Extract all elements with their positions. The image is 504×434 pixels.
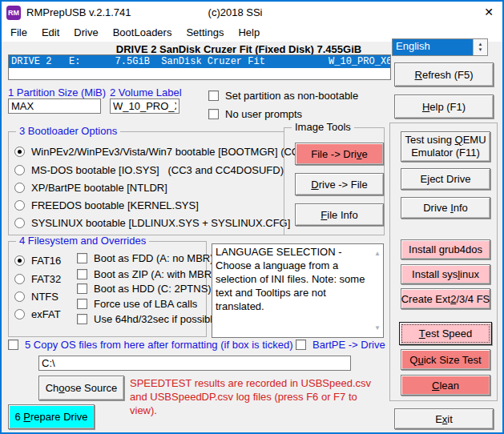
copyright-text: (c)2018 SSi — [208, 6, 263, 18]
fs-label-fat16: FAT16 — [31, 255, 61, 267]
menu-drive[interactable]: Drive — [67, 25, 105, 40]
bootloader-label-bootmgr: WinPEv2/WinPEv3/Vista/Win7 bootable [BOO… — [31, 146, 308, 158]
rmprepusb-window: RM RMPrepUSB v.2.1.741 (c)2018 SSi ✕ Fil… — [0, 0, 504, 434]
prepare-drive-button[interactable]: 6 Prepare Drive — [8, 404, 95, 429]
scrollbar-up-icon[interactable]: ▲ — [374, 247, 381, 260]
install-grub4dos-button[interactable]: Install grub4dos — [401, 239, 490, 259]
fs-radio-fat16[interactable] — [14, 255, 25, 266]
source-path-input[interactable] — [38, 356, 351, 371]
boot-fdd-checkbox[interactable] — [77, 253, 87, 263]
close-icon[interactable]: ✕ — [475, 2, 502, 23]
drive-info-button[interactable]: Drive Info — [401, 197, 490, 219]
drive-list[interactable]: DRIVE 2 E: 7.5GiB SanDisk Cruzer Fit W_1… — [8, 54, 391, 80]
bootloader-radio-bootmgr[interactable] — [14, 147, 25, 157]
choose-source-button[interactable]: Choose Source — [38, 376, 124, 400]
language-spinner[interactable]: ▲ ▼ — [473, 39, 487, 55]
copy-os-files-label: 5 Copy OS files from here after formatti… — [25, 339, 293, 351]
bootloader-label-ntldr: XP/BartPE bootable [NTLDR] — [31, 182, 167, 194]
drive-to-file-button[interactable]: Drive -> File — [295, 173, 384, 195]
nonbootable-checkbox[interactable] — [208, 90, 219, 101]
help-button[interactable]: Help (F1) — [394, 94, 494, 119]
exit-button[interactable]: Exit — [394, 408, 494, 429]
boot-zip-label: Boot as ZIP (A: with MBR) — [94, 268, 215, 280]
bartpe-label: BartPE -> Drive — [312, 339, 385, 351]
eject-drive-button[interactable]: Eject Drive — [401, 168, 490, 190]
app-icon: RM — [6, 6, 21, 20]
no-user-prompts-label: No user prompts — [225, 108, 302, 120]
filesystem-title: 4 Filesystem and Overrides — [16, 235, 149, 247]
fs-label-ntfs: NTFS — [31, 291, 58, 303]
boot-hdd-checkbox[interactable] — [77, 283, 87, 294]
create-ext-fs-button[interactable]: Create Ext2/3/4 FS — [401, 288, 490, 309]
partition-size-input[interactable] — [8, 98, 101, 114]
language-select[interactable]: English ▲ ▼ — [392, 38, 488, 56]
speedtest-note: SPEEDTEST results are recorded in USBSpe… — [130, 376, 386, 417]
boot-fdd-label: Boot as FDD (A: no MBR) — [94, 252, 214, 264]
copy-os-files-checkbox[interactable] — [8, 340, 18, 350]
file-to-drive-button[interactable]: File -> Drive — [295, 143, 384, 165]
volume-label-input[interactable] — [110, 98, 179, 114]
menu-settings[interactable]: Settings — [179, 25, 231, 40]
bootloader-radio-syslinux[interactable] — [14, 218, 25, 228]
fs-radio-fat32[interactable] — [14, 274, 25, 284]
boot-zip-checkbox[interactable] — [77, 269, 87, 279]
menu-edit[interactable]: Edit — [34, 25, 67, 40]
spinner-down-icon[interactable]: ▼ — [478, 47, 483, 53]
refresh-button[interactable]: Refresh (F5) — [394, 62, 494, 86]
scrollbar-down-icon[interactable]: ▼ — [374, 321, 381, 335]
fs-label-fat32: FAT32 — [31, 273, 61, 285]
volume-label-label: 2 Volume Label — [110, 86, 182, 98]
bootloader-radio-msdos[interactable] — [14, 165, 25, 175]
bootloader-radio-freedos[interactable] — [14, 200, 25, 211]
force-lba-checkbox[interactable] — [77, 299, 87, 309]
boot-hdd-label: Boot as HDD (C: 2PTNS) — [94, 283, 212, 295]
fs-label-exfat: exFAT — [31, 308, 61, 320]
menu-bootloaders[interactable]: BootLoaders — [106, 25, 179, 40]
menu-help[interactable]: Help — [231, 25, 267, 40]
bootloader-label-msdos: MS-DOS bootable [IO.SYS] (CC3 and CC4DOS… — [31, 164, 284, 176]
bootloader-label-freedos: FREEDOS bootable [KERNEL.SYS] — [31, 199, 199, 211]
menu-file[interactable]: File — [3, 25, 34, 40]
language-info-box[interactable]: LANGUAGE SELECTION - Choose a language f… — [212, 243, 384, 338]
test-qemu-button[interactable]: Test using QEMU Emulator (F11) — [401, 131, 490, 162]
use-64hd-label: Use 64hd/32sec if possible — [94, 313, 218, 325]
image-tools-title: Image Tools — [292, 122, 354, 133]
no-user-prompts-checkbox[interactable] — [208, 109, 219, 119]
nonbootable-label: Set partition as non-bootable — [225, 90, 358, 102]
fs-radio-exfat[interactable] — [14, 309, 25, 319]
test-speed-button[interactable]: Test Speed — [399, 322, 492, 345]
bartpe-checkbox[interactable] — [296, 340, 306, 350]
bootloader-radio-ntldr[interactable] — [14, 183, 25, 193]
use-64hd-checkbox[interactable] — [77, 314, 87, 324]
quick-size-test-button[interactable]: Quick Size Test — [401, 349, 490, 370]
force-lba-label: Force use of LBA calls — [94, 298, 197, 310]
file-info-button[interactable]: File Info — [295, 203, 384, 226]
language-info-text: LANGUAGE SELECTION - Choose a language f… — [216, 246, 365, 312]
install-syslinux-button[interactable]: Install syslinux — [401, 264, 490, 284]
bootloader-options-title: 3 Bootloader Options — [16, 126, 120, 137]
clean-button[interactable]: Clean — [401, 375, 490, 396]
spinner-up-icon[interactable]: ▲ — [478, 42, 483, 47]
window-title: RMPrepUSB v.2.1.741 — [26, 6, 131, 18]
language-selected-value: English — [393, 39, 473, 55]
partition-size-label: 1 Partition Size (MiB) — [8, 86, 106, 98]
title-bar: RM RMPrepUSB v.2.1.741 (c)2018 SSi ✕ — [2, 2, 502, 23]
fs-radio-ntfs[interactable] — [14, 291, 25, 302]
bootloader-label-syslinux: SYSLINUX bootable [LDLINUX.SYS + SYSLINU… — [31, 217, 290, 229]
drive-list-row[interactable]: DRIVE 2 E: 7.5GiB SanDisk Cruzer Fit W_1… — [9, 55, 390, 68]
